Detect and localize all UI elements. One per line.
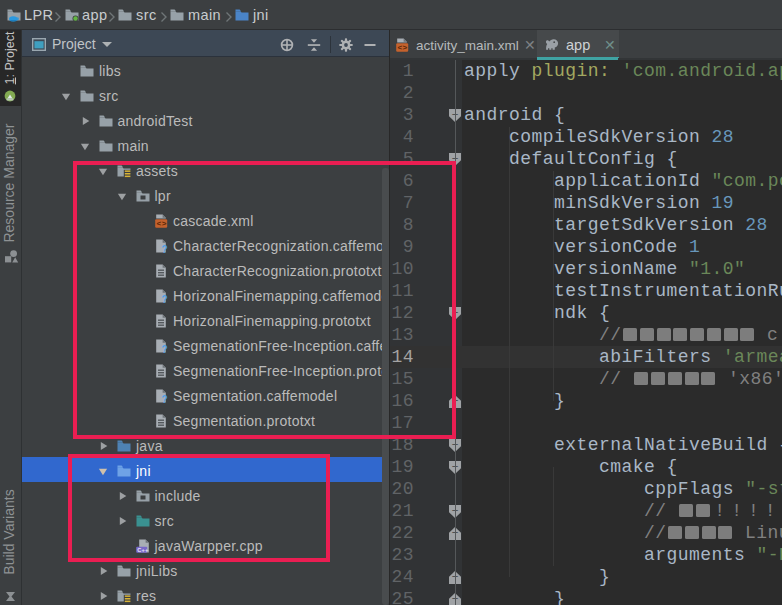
svg-text:<>: <> [398,43,408,52]
